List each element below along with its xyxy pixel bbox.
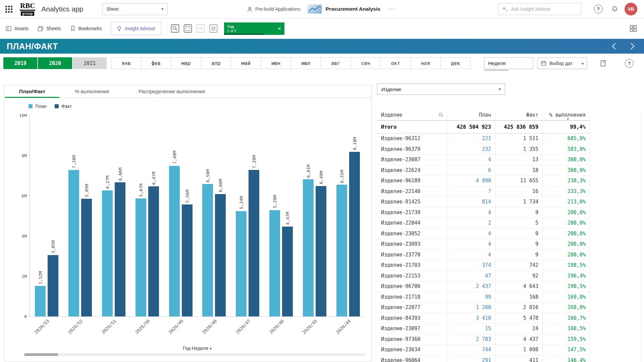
month-button-авг[interactable]: авг [321,57,351,69]
table-header-1[interactable]: План [448,109,495,121]
filter-help-icon[interactable] [624,58,634,68]
date-picker-button[interactable]: Выбор дат [537,57,587,69]
product-cell[interactable]: Изделие-22077 [377,302,448,313]
bar-Факт-2020/45[interactable]: 6,49M [316,186,326,316]
insight-advisor-button[interactable]: Insight Advisor [111,22,161,35]
fact-cell[interactable]: 9 [495,250,543,260]
fact-cell[interactable]: 411 [495,355,543,362]
product-cell[interactable]: Изделие-22044 [377,218,448,229]
pct-cell[interactable]: 147,5% [543,345,590,355]
table-header-0[interactable]: Изделие [377,109,448,121]
month-button-апр[interactable]: апр [201,57,231,69]
sheet-selector[interactable]: Sheet [102,3,168,15]
product-cell[interactable]: Изделие-96189 [377,176,448,186]
help-icon[interactable] [594,5,603,13]
bar-План-2020/53[interactable]: 1,52M [35,286,46,316]
year-button-2021[interactable]: 2021 [73,57,107,69]
pct-cell[interactable]: 190,5% [543,281,590,292]
pct-cell[interactable]: 168,0% [543,302,590,313]
product-cell[interactable]: Изделие-96312 [377,133,448,144]
plan-cell[interactable]: 15 [448,323,495,334]
chart-tab-0[interactable]: План/Факт [4,85,60,98]
bar-План-2020/44[interactable]: 6,55M [336,185,347,316]
fact-cell[interactable]: 18 [495,165,543,176]
plan-cell[interactable]: 2 [448,218,495,229]
x-axis-label-2020/52[interactable]: 2020/52 [67,318,84,335]
plan-cell[interactable]: 814 [448,197,495,207]
fact-cell[interactable]: 4 437 [495,334,543,345]
product-cell[interactable]: Изделие-96379 [377,144,448,155]
pct-cell[interactable]: 169,8% [543,292,590,303]
year-button-2020[interactable]: 2020 [38,57,72,69]
plan-cell[interactable]: 4 [448,239,495,250]
table-header-3[interactable]: % выполнения [543,109,590,121]
product-cell[interactable]: Изделие-21718 [377,292,448,303]
fact-cell[interactable]: 5 [495,218,543,229]
bar-План-2020/48[interactable]: 6,58M [202,184,213,316]
pct-cell[interactable]: 238,3% [543,176,590,186]
pct-cell[interactable]: 200,0% [543,207,590,218]
plan-cell[interactable]: 47 [448,271,495,282]
month-button-мар[interactable]: мар [171,57,201,69]
pct-cell[interactable]: 146,4% [543,355,590,362]
plan-cell[interactable]: 6 [448,165,495,176]
month-button-май[interactable]: май [231,57,261,69]
month-button-фев[interactable]: фев [141,57,171,69]
product-cell[interactable]: Изделие-91425 [377,197,448,207]
product-cell[interactable]: Изделие-21739 [377,207,448,218]
x-axis-label-2020/45[interactable]: 2020/45 [302,318,318,335]
pct-cell[interactable]: 200,0% [543,239,590,250]
x-dimension-selector[interactable]: Год-Неделя [183,346,208,351]
product-cell[interactable]: Изделие-96706 [377,281,448,292]
plan-cell[interactable]: 3 410 [448,313,495,324]
bar-План-2020/50[interactable]: 5,87M [136,198,146,316]
fact-cell[interactable]: 9 [495,239,543,250]
pct-cell[interactable]: 200,0% [543,250,590,260]
column-search-icon[interactable] [438,112,443,117]
clear-selections-icon[interactable] [209,24,218,33]
prebuild-applications-link[interactable]: Pre-build Applications [247,6,301,12]
selections-tool-icon[interactable] [183,24,193,33]
pct-cell[interactable]: 160,7% [543,313,590,324]
pct-cell[interactable]: 198,5% [543,260,590,271]
plan-cell[interactable]: 2 783 [448,334,495,345]
month-button-дек[interactable]: дек [440,57,471,69]
product-cell[interactable]: Изделие-23087 [377,155,448,165]
next-sheet-icon[interactable] [630,43,635,50]
product-cell[interactable]: Изделие-22140 [377,186,448,197]
bar-Факт-2020/52[interactable]: 5,85M [81,199,92,316]
smart-search-icon[interactable] [171,24,180,33]
pct-cell[interactable]: 213,0% [543,197,590,207]
product-cell[interactable]: Изделие-23634 [377,345,448,355]
product-cell[interactable]: Изделие-84393 [377,313,448,324]
bar-Факт-2020/47[interactable]: 7,28M [249,170,259,316]
month-button-янв[interactable]: янв [111,57,141,69]
plan-cell[interactable]: 4 890 [448,176,495,186]
pct-cell[interactable]: 196,4% [543,271,590,282]
pct-cell[interactable]: 300,0% [543,155,590,165]
pct-cell[interactable]: 200,0% [543,218,590,229]
pct-cell[interactable]: 160,5% [543,323,590,334]
bar-Факт-2020/50[interactable]: 6,47M [148,186,159,316]
plan-cell[interactable]: 1 200 [448,302,495,313]
product-cell[interactable]: Изделие-22624 [377,165,448,176]
product-cell[interactable]: Изделие-97360 [377,334,448,345]
plan-cell[interactable]: 7 [448,186,495,197]
search-input[interactable] [498,3,581,15]
bar-План-2020/46[interactable]: 5,29M [269,210,280,316]
plan-cell[interactable]: 291 [448,355,495,362]
month-button-июн[interactable]: июн [261,57,291,69]
x-axis-label-2020/44[interactable]: 2020/44 [335,318,352,335]
bar-Факт-2020/46[interactable]: 4,47M [282,227,293,316]
fact-cell[interactable]: 13 [495,155,543,165]
fact-cell[interactable]: 1 098 [495,345,543,355]
month-button-сен[interactable]: сен [351,57,381,69]
pct-cell[interactable]: 300,0% [543,165,590,176]
plan-cell[interactable]: 374 [448,260,495,271]
plan-cell[interactable]: 4 [448,207,495,218]
pct-cell[interactable]: 685,0% [543,133,590,144]
pct-cell[interactable]: 233,3% [543,186,590,197]
more-menu[interactable]: ··· [387,6,397,12]
month-button-окт[interactable]: окт [380,57,411,69]
bar-План-2020/52[interactable]: 7,28M [68,170,79,316]
